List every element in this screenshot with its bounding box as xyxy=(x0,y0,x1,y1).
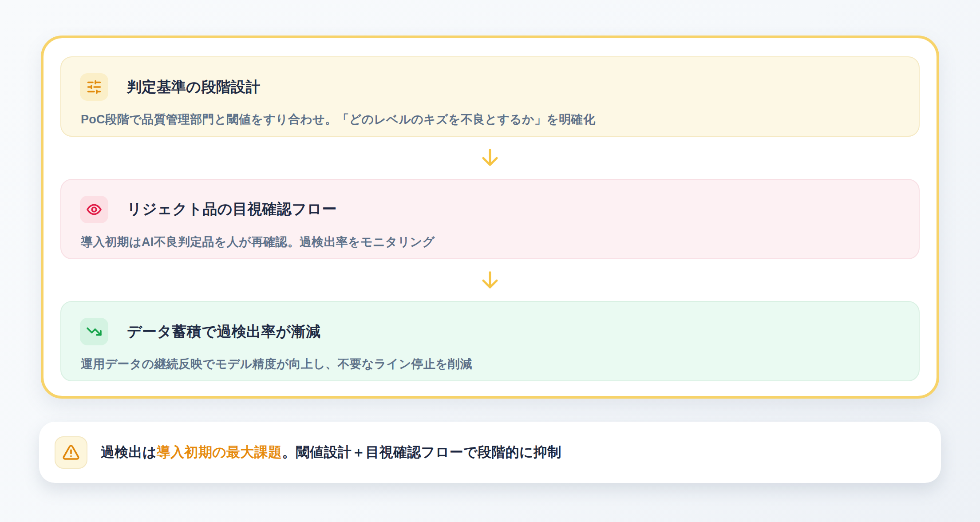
trending-down-icon xyxy=(80,318,108,345)
note-segment-highlight: 導入初期の最大課題 xyxy=(157,444,282,460)
step-title: データ蓄積で過検出率が漸減 xyxy=(127,322,320,342)
step-description: 運用データの継続反映でモデル精度が向上し、不要なライン停止を削減 xyxy=(81,356,898,372)
note-segment: 。閾値設計＋目視確認フローで段階的に抑制 xyxy=(282,444,561,460)
step-header: 判定基準の段階設計 xyxy=(80,73,898,101)
note-segment: 過検出は xyxy=(101,444,157,460)
step-title: リジェクト品の目視確認フロー xyxy=(127,199,337,219)
warning-triangle-icon xyxy=(55,436,87,469)
step-card-overdetection-decline: データ蓄積で過検出率が漸減 運用データの継続反映でモデル精度が向上し、不要なライ… xyxy=(60,301,920,381)
step-description: 導入初期はAI不良判定品を人が再確認。過検出率をモニタリング xyxy=(81,234,898,250)
step-description: PoC段階で品質管理部門と閾値をすり合わせ。「どのレベルのキズを不良とするか」を… xyxy=(81,111,898,127)
step-card-visual-check-flow: リジェクト品の目視確認フロー 導入初期はAI不良判定品を人が再確認。過検出率をモ… xyxy=(60,179,920,259)
arrow-down-icon xyxy=(60,137,920,179)
step-title: 判定基準の段階設計 xyxy=(127,77,261,97)
process-flow-panel: 判定基準の段階設計 PoC段階で品質管理部門と閾値をすり合わせ。「どのレベルのキ… xyxy=(41,36,939,399)
note-text: 過検出は導入初期の最大課題。閾値設計＋目視確認フローで段階的に抑制 xyxy=(101,443,561,462)
step-header: データ蓄積で過検出率が漸減 xyxy=(80,318,898,345)
step-header: リジェクト品の目視確認フロー xyxy=(80,196,898,223)
step-card-criteria-design: 判定基準の段階設計 PoC段階で品質管理部門と閾値をすり合わせ。「どのレベルのキ… xyxy=(60,56,920,137)
sliders-icon xyxy=(80,73,108,101)
key-point-note: 過検出は導入初期の最大課題。閾値設計＋目視確認フローで段階的に抑制 xyxy=(39,422,941,483)
eye-icon xyxy=(80,196,108,223)
arrow-down-icon xyxy=(60,259,920,301)
